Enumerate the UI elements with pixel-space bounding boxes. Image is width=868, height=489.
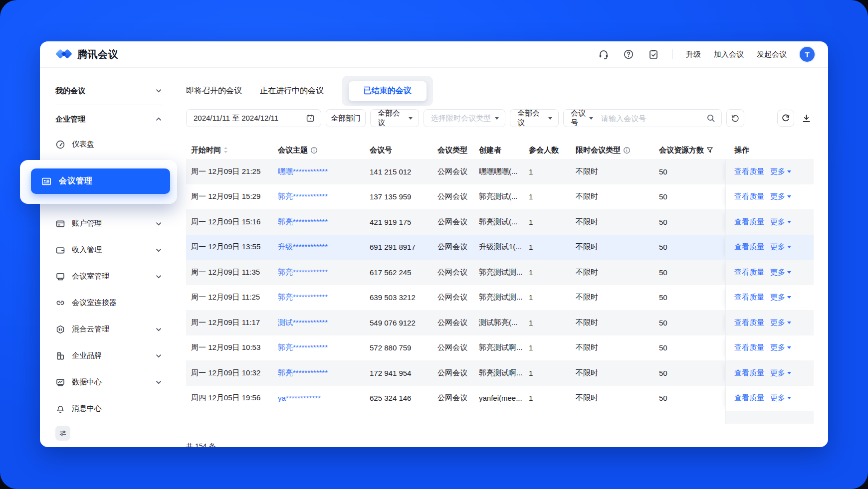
sidebar-item-room-connector[interactable]: 会议室连接器 — [55, 290, 162, 316]
app-window: 腾讯会议 — [40, 41, 828, 447]
date-range-value: 2024/11/11 至 2024/12/11 — [194, 114, 278, 123]
view-quality-link[interactable]: 查看质量 — [734, 192, 764, 201]
table-row[interactable]: 周一 12月09日 11:25 郭亮************ 639 503 3… — [186, 285, 814, 311]
tasks-clipboard-icon[interactable] — [648, 48, 659, 60]
table-row[interactable]: 周一 12月09日 10:53 郭亮************ 572 880 7… — [186, 335, 814, 361]
more-link[interactable]: 更多 — [770, 368, 791, 378]
sidebar-item-hybrid-cloud[interactable]: 混合云管理 — [55, 316, 162, 342]
table-row[interactable]: 周四 12月05日 19:56 ya************ 625 324 1… — [186, 386, 814, 411]
search-field-dropdown[interactable]: 会议号 — [564, 110, 599, 127]
refresh-button[interactable] — [777, 110, 794, 127]
help-icon[interactable] — [623, 48, 635, 60]
view-quality-link[interactable]: 查看质量 — [734, 268, 764, 277]
cell-topic-link[interactable]: 郭亮************ — [273, 268, 365, 277]
table-row[interactable]: 周一 12月09日 11:17 测试************ 549 076 9… — [186, 310, 814, 335]
date-range-picker[interactable]: 2024/11/11 至 2024/12/11 — [186, 109, 321, 127]
more-link[interactable]: 更多 — [770, 293, 791, 302]
cell-topic-link[interactable]: ya************ — [273, 394, 365, 402]
view-quality-link[interactable]: 查看质量 — [734, 167, 764, 176]
avatar[interactable]: T — [800, 47, 815, 62]
sidebar-item-income[interactable]: 收入管理 — [55, 237, 162, 263]
table-row[interactable]: 周一 12月09日 13:55 升级************ 691 291 8… — [186, 235, 814, 260]
chevron-down-icon — [589, 117, 593, 120]
cell-participants: 1 — [524, 343, 571, 352]
filter-funnel-icon[interactable] — [706, 147, 713, 154]
more-link[interactable]: 更多 — [770, 393, 791, 403]
more-link[interactable]: 更多 — [770, 217, 791, 227]
sidebar-item-brand[interactable]: 企业品牌 — [55, 342, 162, 369]
cell-topic-link[interactable]: 嘿嘿************ — [273, 167, 365, 176]
more-link[interactable]: 更多 — [770, 318, 791, 327]
chevron-down-icon — [787, 195, 791, 198]
view-quality-link[interactable]: 查看质量 — [734, 343, 764, 352]
sidebar-collapse-button[interactable] — [55, 426, 70, 441]
tab-ongoing-meetings[interactable]: 正在进行中的会议 — [260, 86, 324, 96]
sidebar-group-my-meetings[interactable]: 我的会议 — [55, 79, 162, 103]
join-meeting-link[interactable]: 加入会议 — [714, 50, 744, 59]
cell-topic-link[interactable]: 测试************ — [273, 318, 365, 327]
more-link[interactable]: 更多 — [770, 167, 791, 176]
cell-meeting-type: 公网会议 — [433, 217, 474, 227]
sort-icon[interactable] — [223, 147, 228, 154]
sidebar-item-label: 会议管理 — [59, 176, 93, 186]
view-quality-link[interactable]: 查看质量 — [734, 242, 764, 252]
sidebar-item-account[interactable]: 账户管理 — [55, 210, 162, 237]
cell-topic-link[interactable]: 郭亮************ — [273, 192, 365, 201]
account-icon — [55, 219, 65, 229]
view-quality-link[interactable]: 查看质量 — [734, 217, 764, 227]
search-icon[interactable] — [706, 114, 715, 123]
sidebar-item-label: 数据中心 — [72, 377, 149, 387]
reset-filters-button[interactable] — [726, 109, 744, 127]
limited-type-dropdown[interactable]: 选择限时会议类型 — [424, 109, 505, 127]
cell-start-time: 周四 12月05日 19:56 — [186, 393, 273, 403]
sidebar-item-meeting-rooms[interactable]: 会议室管理 — [55, 263, 162, 290]
view-quality-link[interactable]: 查看质量 — [734, 318, 764, 327]
sidebar-item-label: 收入管理 — [72, 245, 149, 255]
tab-ended-meetings[interactable]: 已结束的会议 — [349, 81, 427, 101]
sidebar: 我的会议 企业管理 — [40, 68, 186, 447]
export-button[interactable] — [799, 111, 814, 126]
start-meeting-link[interactable]: 发起会议 — [757, 50, 787, 59]
more-link[interactable]: 更多 — [770, 192, 791, 201]
cell-topic-link[interactable]: 郭亮************ — [273, 343, 365, 352]
upgrade-link[interactable]: 升级 — [686, 50, 701, 59]
more-link[interactable]: 更多 — [770, 242, 791, 252]
support-headset-icon[interactable] — [598, 48, 610, 60]
cell-limited-type: 不限时 — [571, 167, 654, 176]
table-row[interactable]: 周一 12月09日 11:35 郭亮************ 617 562 2… — [186, 260, 814, 285]
view-quality-link[interactable]: 查看质量 — [734, 368, 764, 378]
meeting-scope-dropdown[interactable]: 全部会议 — [370, 109, 419, 127]
info-icon[interactable] — [310, 147, 318, 154]
sidebar-group-enterprise[interactable]: 企业管理 — [55, 107, 162, 131]
calendar-icon — [306, 114, 315, 123]
dropdown-value: 全部会议 — [517, 109, 544, 128]
cell-topic-link[interactable]: 郭亮************ — [273, 368, 365, 378]
sidebar-item-label: 混合云管理 — [72, 325, 149, 334]
sidebar-item-data-center[interactable]: 数据中心 — [55, 369, 162, 395]
more-link[interactable]: 更多 — [770, 343, 791, 352]
table-body: 周一 12月09日 21:25 嘿嘿************ 141 215 0… — [186, 159, 814, 411]
table-row[interactable]: 周一 12月09日 15:29 郭亮************ 137 135 9… — [186, 184, 814, 210]
info-icon[interactable] — [623, 147, 631, 154]
cell-limited-type: 不限时 — [571, 242, 654, 252]
meeting-kind-dropdown[interactable]: 全部会议 — [510, 109, 559, 127]
table-row[interactable]: 周一 12月09日 15:16 郭亮************ 421 919 1… — [186, 209, 814, 235]
view-quality-link[interactable]: 查看质量 — [734, 393, 764, 403]
department-filter-button[interactable]: 全部部门 — [326, 109, 366, 127]
cell-topic-link[interactable]: 郭亮************ — [273, 217, 365, 227]
meeting-number-input[interactable] — [599, 110, 700, 127]
cell-meeting-number: 421 919 175 — [365, 218, 433, 226]
cell-resource-parties: 50 — [654, 369, 725, 377]
sidebar-item-meeting-management[interactable]: 会议管理 — [31, 168, 170, 194]
cell-topic-link[interactable]: 郭亮************ — [273, 293, 365, 302]
view-quality-link[interactable]: 查看质量 — [734, 293, 764, 302]
more-link[interactable]: 更多 — [770, 268, 791, 277]
table-row[interactable]: 周一 12月09日 21:25 嘿嘿************ 141 215 0… — [186, 159, 814, 184]
table-row[interactable]: 周一 12月09日 10:32 郭亮************ 172 941 9… — [186, 360, 814, 386]
cell-topic-link[interactable]: 升级************ — [273, 242, 365, 252]
sidebar-item-dashboard[interactable]: 仪表盘 — [55, 131, 162, 158]
sidebar-item-message-center[interactable]: 消息中心 — [55, 395, 162, 422]
col-start-time[interactable]: 开始时间 — [186, 146, 273, 155]
tab-upcoming-meetings[interactable]: 即将召开的会议 — [186, 86, 242, 96]
tab-active-backdrop: 已结束的会议 — [342, 76, 433, 106]
